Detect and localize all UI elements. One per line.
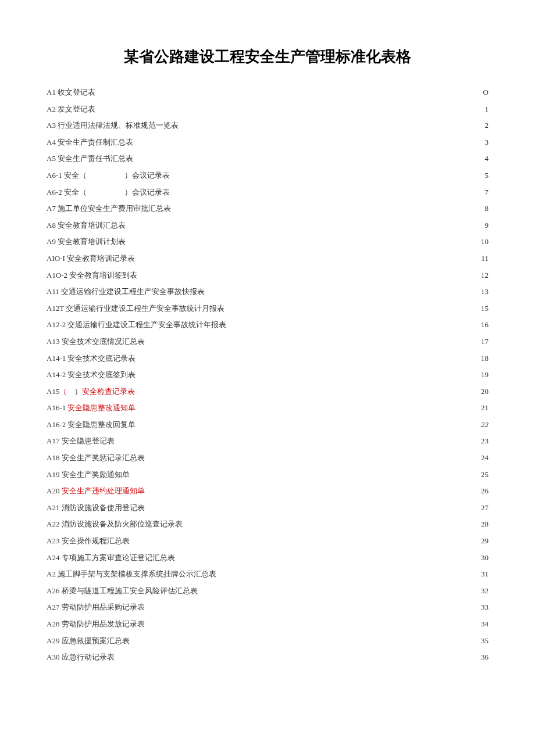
toc-dots — [137, 253, 479, 261]
toc-item: A13 安全技术交底情况汇总表17 — [47, 334, 488, 350]
table-of-contents: A1 收文登记表OA2 发文登记表1A3 行业适用法律法规、标准规范一览表2A4… — [47, 84, 488, 666]
toc-item: A9 安全教育培训计划表10 — [47, 234, 488, 250]
toc-dots — [219, 569, 479, 576]
toc-item: A23 安全操作规程汇总表29 — [47, 533, 488, 550]
toc-item: A29 应急救援预案汇总表35 — [47, 633, 488, 650]
toc-dots — [181, 120, 482, 128]
toc-label: A28 劳动防护用品发放记录表 — [47, 616, 145, 633]
toc-page: 18 — [481, 350, 488, 367]
toc-page: 21 — [481, 400, 488, 417]
toc-dots — [135, 137, 482, 145]
toc-label: AIO-I 安全教育培训记录表 — [47, 250, 135, 267]
toc-item: A11 交通运输行业建设工程生产安全事故快报表13 — [47, 284, 488, 300]
toc-page: 31 — [481, 566, 488, 583]
toc-page: 16 — [481, 317, 488, 334]
toc-dots — [147, 602, 479, 610]
toc-page: 28 — [481, 516, 488, 533]
toc-label: A8 安全教育培训汇总表 — [47, 217, 126, 234]
toc-dots — [207, 286, 479, 294]
toc-page: 22 — [481, 417, 488, 433]
toc-page: 27 — [481, 500, 488, 517]
toc-dots — [135, 153, 482, 161]
toc-label: A29 应急救援预案汇总表 — [47, 633, 130, 650]
toc-item: A2 施工脚手架与支架模板支撑系统挂牌公示汇总表31 — [47, 566, 488, 583]
toc-dots — [138, 370, 479, 377]
toc-label: A21 消防设施设备使用登记表 — [47, 500, 145, 517]
toc-label: A3 行业适用法律法规、标准规范一览表 — [47, 117, 179, 134]
toc-label: A7 施工单位安全生产费用审批汇总表 — [47, 200, 171, 217]
toc-label: A24 专项施工方案审查论证登记汇总表 — [47, 550, 175, 567]
toc-label: A15（ ）安全检查记录表 — [47, 384, 135, 400]
toc-label: A16-2 安全隐患整改回复单 — [47, 417, 135, 433]
toc-item: A17 安全隐患登记表23 — [47, 433, 488, 450]
toc-page: 20 — [481, 384, 488, 400]
toc-page: 26 — [481, 483, 488, 500]
toc-label: A5 安全生产责任书汇总表 — [47, 151, 133, 167]
toc-page: 35 — [481, 633, 488, 650]
toc-page: 15 — [481, 300, 488, 317]
toc-page: 23 — [481, 433, 488, 450]
toc-dots — [98, 87, 480, 95]
toc-item: A12T 交通运输行业建设工程生产安全事故统计月报表15 — [47, 300, 488, 317]
toc-label: A1 收文登记表 — [47, 84, 95, 101]
toc-page: 19 — [481, 367, 488, 384]
toc-label: A14-1 安全技术交底记录表 — [47, 350, 135, 367]
toc-dots — [132, 470, 479, 477]
toc-dots — [128, 237, 479, 244]
toc-dots — [173, 203, 482, 211]
toc-dots — [147, 453, 479, 460]
toc-page: 3 — [485, 134, 489, 151]
toc-label-prefix: A20 — [47, 486, 62, 495]
toc-label: A12-2 交通运输行业建设工程生产安全事故统计年报表 — [47, 317, 226, 334]
toc-label: A14-2 安全技术交底签到表 — [47, 367, 135, 384]
toc-item: A27 劳动防护用品采购记录表33 — [47, 599, 488, 616]
toc-dots — [140, 270, 479, 278]
toc-item: A20 安全生产违约处理通知单26 — [47, 483, 488, 500]
toc-dots — [177, 553, 479, 560]
toc-page: 34 — [481, 616, 488, 633]
toc-dots — [98, 104, 482, 112]
toc-item: A30 应急行动记录表36 — [47, 649, 488, 666]
toc-dots — [117, 652, 479, 660]
toc-item: A14-2 安全技术交底签到表19 — [47, 367, 488, 384]
toc-label: A23 安全操作规程汇总表 — [47, 533, 130, 550]
toc-label: A4 安全生产责任制汇总表 — [47, 134, 133, 151]
toc-label-highlight: 安全隐患整改通知单 — [67, 403, 135, 412]
toc-item: A6-2 安全（ ）会议记录表7 — [47, 184, 488, 201]
toc-dots — [147, 486, 479, 493]
toc-page: 1 — [485, 101, 489, 118]
toc-page: 2 — [485, 117, 489, 134]
toc-label: A6-1 安全（ ）会议记录表 — [47, 167, 170, 184]
toc-label-highlight: 安全生产违约处理通知单 — [62, 486, 145, 495]
toc-item: A16-2 安全隐患整改回复单22 — [47, 417, 488, 433]
toc-dots — [185, 519, 479, 526]
toc-dots — [172, 170, 483, 178]
toc-page: 32 — [481, 583, 488, 600]
toc-dots — [138, 403, 479, 410]
toc-page: 10 — [481, 234, 488, 250]
toc-page: 25 — [481, 467, 488, 483]
toc-page: 7 — [485, 184, 489, 201]
toc-label: A16-1 安全隐患整改通知单 — [47, 400, 135, 417]
toc-label: A2 施工脚手架与支架模板支撑系统挂牌公示汇总表 — [47, 566, 216, 583]
toc-dots — [128, 220, 482, 228]
toc-label: A30 应急行动记录表 — [47, 649, 115, 666]
toc-item: A1O-2 安全教育培训签到表12 — [47, 267, 488, 284]
toc-label: A17 安全隐患登记表 — [47, 433, 115, 450]
toc-page: 5 — [485, 167, 489, 184]
toc-page: 36 — [481, 649, 488, 666]
toc-item: A12-2 交通运输行业建设工程生产安全事故统计年报表16 — [47, 317, 488, 334]
toc-page: 11 — [481, 250, 488, 267]
toc-page: 4 — [485, 151, 489, 167]
toc-item: A19 安全生产奖励通知单25 — [47, 467, 488, 483]
toc-dots — [147, 336, 479, 344]
toc-label: A18 安全生产奖惩记录汇总表 — [47, 450, 145, 467]
toc-item: A16-1 安全隐患整改通知单21 — [47, 400, 488, 417]
toc-dots — [138, 420, 479, 427]
toc-dots — [172, 187, 483, 195]
toc-label-prefix: A16-1 — [47, 403, 67, 412]
toc-item: A6-1 安全（ ）会议记录表5 — [47, 167, 488, 184]
toc-page: 30 — [481, 550, 488, 567]
toc-dots — [229, 320, 479, 327]
toc-page: O — [483, 84, 488, 101]
